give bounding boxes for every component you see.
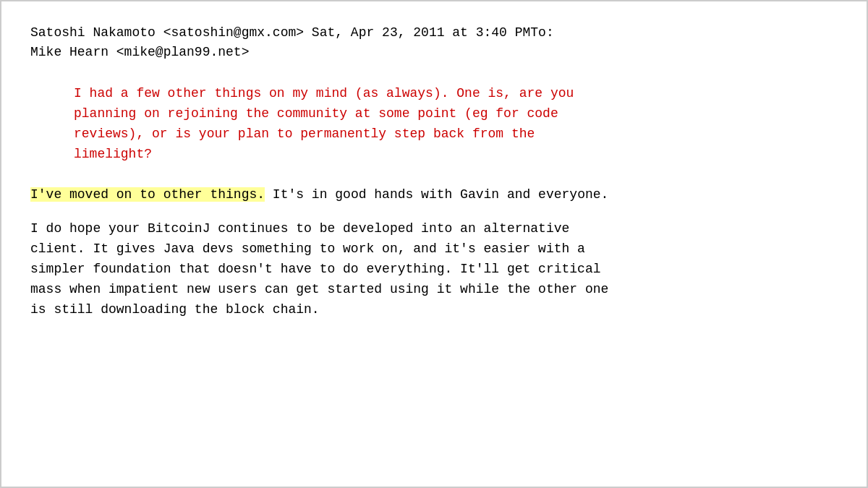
response-continuation: It's in good hands with Gavin and everyo… [265,187,608,202]
main-line-3: simpler foundation that doesn't have to … [30,260,838,280]
highlighted-text: I've moved on to other things. [30,187,265,202]
quoted-line-1: I had a few other things on my mind (as … [74,84,838,104]
email-header: Satoshi Nakamoto <satoshin@gmx.com> Sat,… [30,23,838,62]
quoted-line-2: planning on rejoining the community at s… [74,104,838,124]
main-line-1: I do hope your BitcoinJ continues to be … [30,219,838,239]
email-container: Satoshi Nakamoto <satoshin@gmx.com> Sat,… [0,0,868,488]
main-line-4: mass when impatient new users can get st… [30,280,838,300]
quoted-line-4: limelight? [74,145,838,165]
quoted-line-3: reviews), or is your plan to permanently… [74,124,838,145]
response-line: I've moved on to other things. It's in g… [30,185,838,205]
main-paragraph: I do hope your BitcoinJ continues to be … [30,219,838,320]
quoted-text-block: I had a few other things on my mind (as … [74,84,838,165]
main-line-2: client. It gives Java devs something to … [30,239,838,260]
from-line: Satoshi Nakamoto <satoshin@gmx.com> Sat,… [30,23,838,43]
to-line: Mike Hearn <mike@plan99.net> [30,43,838,62]
main-line-5: is still downloading the block chain. [30,300,838,320]
